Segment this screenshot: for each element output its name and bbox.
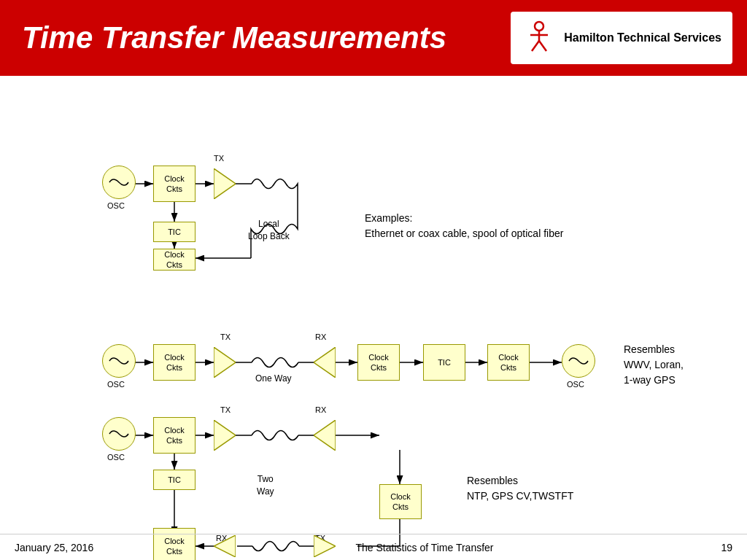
diagram-svg xyxy=(0,76,747,534)
svg-marker-37 xyxy=(214,420,236,451)
logo-icon xyxy=(522,19,557,57)
page-title: Time Transfer Measurements xyxy=(15,20,511,55)
clock-ckts-r3-left: ClockCkts xyxy=(153,417,196,454)
local-loop-back-label: LocalLoop Back xyxy=(248,218,290,243)
svg-line-3 xyxy=(532,41,539,51)
svg-marker-34 xyxy=(214,168,236,199)
svg-marker-35 xyxy=(214,347,236,378)
svg-marker-38 xyxy=(314,420,336,451)
osc-circle-2 xyxy=(102,344,136,378)
two-way-label: TwoWay xyxy=(257,473,274,498)
tx-label-r2: TX xyxy=(220,332,231,341)
osc-label-1: OSC xyxy=(107,201,125,210)
osc-circle-2r xyxy=(562,344,595,378)
one-way-label: One Way xyxy=(255,373,292,384)
footer-page: 19 xyxy=(689,542,732,553)
clock-ckts-r1-bot: ClockCkts xyxy=(153,249,196,271)
clock-ckts-r2-far-right: ClockCkts xyxy=(487,344,530,381)
diagram-area: OSC ClockCkts TX TIC ClockCkts LocalLoop… xyxy=(0,76,747,534)
osc-label-2: OSC xyxy=(107,380,125,389)
tx-label-r1: TX xyxy=(214,154,224,163)
rx-triangle-r3-top xyxy=(314,420,336,451)
clock-ckts-r1-top: ClockCkts xyxy=(153,166,196,202)
header: Time Transfer Measurements Hamilton Tech… xyxy=(0,0,747,76)
svg-line-4 xyxy=(539,41,546,51)
main-content: OSC ClockCkts TX TIC ClockCkts LocalLoop… xyxy=(0,76,747,560)
tx-triangle-r3 xyxy=(214,420,236,451)
tx-triangle-r1 xyxy=(214,168,236,199)
tx-label-r3: TX xyxy=(220,405,231,414)
clock-ckts-r2-right: ClockCkts xyxy=(357,344,400,381)
company-logo: Hamilton Technical Services xyxy=(511,12,732,64)
examples-title: Examples: xyxy=(365,212,412,224)
rx-label-r3-top: RX xyxy=(315,405,326,414)
clock-ckts-r3-right: ClockCkts xyxy=(379,484,422,519)
svg-point-0 xyxy=(535,22,543,31)
footer-subtitle: The Statistics of Time Transfer xyxy=(160,542,689,553)
svg-marker-36 xyxy=(314,347,336,378)
rx-label-r2: RX xyxy=(315,332,326,341)
rx-triangle-r2 xyxy=(314,347,336,378)
tic-r1: TIC xyxy=(153,222,196,242)
osc-label-3: OSC xyxy=(107,453,125,462)
tic-r2: TIC xyxy=(423,344,465,381)
osc-circle-1 xyxy=(102,166,136,199)
osc-label-2r: OSC xyxy=(567,380,584,389)
examples-label: Examples: Ethernet or coax cable, spool … xyxy=(365,211,563,241)
resembles-1way: ResemblesWWV, Loran,1-way GPS xyxy=(624,342,684,388)
clock-ckts-r2-left: ClockCkts xyxy=(153,344,196,381)
tic-r3: TIC xyxy=(153,470,196,490)
footer: January 25, 2016 The Statistics of Time … xyxy=(0,534,747,560)
resembles-2way: ResemblesNTP, GPS CV,TWSTFT xyxy=(467,473,573,504)
osc-circle-3 xyxy=(102,417,136,451)
examples-detail: Ethernet or coax cable, spool of optical… xyxy=(365,228,563,239)
tx-triangle-r2 xyxy=(214,347,236,378)
company-name: Hamilton Technical Services xyxy=(564,31,721,46)
footer-date: January 25, 2016 xyxy=(15,542,160,553)
